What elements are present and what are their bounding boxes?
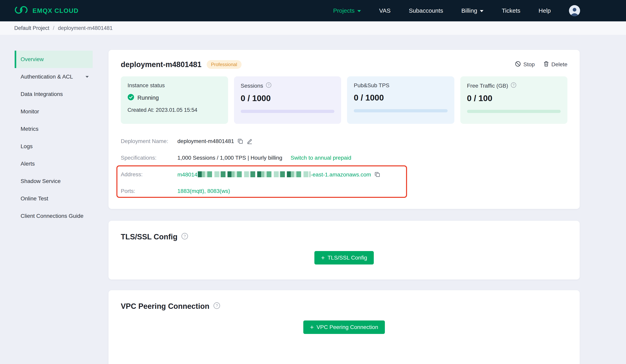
brand[interactable]: EMQX CLOUD xyxy=(14,5,78,17)
sidebar-item-label: Logs xyxy=(21,143,33,149)
deployment-name-value: deployment-m4801481 xyxy=(177,138,234,145)
free-traffic-title: Free Traffic (GB) xyxy=(467,83,508,89)
breadcrumb-separator: / xyxy=(53,25,54,31)
traffic-progress-bar xyxy=(467,110,561,113)
nav-help[interactable]: Help xyxy=(539,7,551,14)
address-redaction xyxy=(198,171,310,177)
sidebar-item-label: Overview xyxy=(21,56,44,63)
navbar-menu: Projects VAS Subaccounts Billing Tickets… xyxy=(333,5,580,16)
specifications-value: 1,000 Sessions / 1,000 TPS | Hourly bill… xyxy=(177,155,282,161)
copy-icon[interactable] xyxy=(237,139,243,144)
nav-vas-label: VAS xyxy=(379,7,391,14)
sidebar-item-alerts[interactable]: Alerts xyxy=(15,155,93,173)
sidebar-item-label: Alerts xyxy=(21,161,35,167)
avatar[interactable] xyxy=(569,5,580,16)
nav-tickets[interactable]: Tickets xyxy=(502,7,520,14)
sidebar-item-shadow-service[interactable]: Shadow Service xyxy=(15,173,93,190)
deployment-info: Deployment Name: deployment-m4801481 xyxy=(121,133,567,199)
sidebar-item-logs[interactable]: Logs xyxy=(15,138,93,155)
deployment-title: deployment-m4801481 xyxy=(121,60,201,69)
svg-text:?: ? xyxy=(184,234,186,238)
tls-ssl-card: TLS/SSL Config ? + TLS/SSL Config xyxy=(109,221,580,280)
add-tls-ssl-config-label: TLS/SSL Config xyxy=(327,255,367,261)
address-value: m48014-east-1.amazonaws.com xyxy=(177,171,371,178)
svg-text:?: ? xyxy=(513,83,514,87)
sidebar-item-monitor[interactable]: Monitor xyxy=(15,103,93,120)
sidebar-item-authentication-acl[interactable]: Authentication & ACL xyxy=(15,68,93,85)
pubsub-tps-title: Pub&Sub TPS xyxy=(354,82,390,89)
emqx-logo-icon xyxy=(14,5,29,17)
plan-badge: Professional xyxy=(207,60,241,69)
nav-tickets-label: Tickets xyxy=(502,7,520,14)
instance-status-card: Instance status Running Created At: 2023… xyxy=(121,76,228,124)
breadcrumb-project[interactable]: Default Project xyxy=(14,25,49,31)
stop-button-label: Stop xyxy=(523,61,535,68)
nav-subaccounts-label: Subaccounts xyxy=(409,7,443,14)
help-icon[interactable]: ? xyxy=(181,233,188,241)
instance-status-title: Instance status xyxy=(127,82,165,89)
trash-icon xyxy=(544,61,549,68)
sidebar: Overview Authentication & ACL Data Integ… xyxy=(0,50,101,225)
help-icon[interactable]: ? xyxy=(511,82,516,89)
tps-progress-bar xyxy=(354,109,448,112)
free-traffic-card: Free Traffic (GB) ? 0 / 100 xyxy=(460,76,568,124)
add-tls-ssl-config-button[interactable]: + TLS/SSL Config xyxy=(314,251,374,264)
nav-billing-label: Billing xyxy=(461,7,477,14)
nav-projects[interactable]: Projects xyxy=(333,7,361,14)
nav-help-label: Help xyxy=(539,7,551,14)
deployment-overview-card: deployment-m4801481 Professional Stop xyxy=(109,50,580,209)
sidebar-item-metrics[interactable]: Metrics xyxy=(15,120,93,138)
vpc-peering-card: VPC Peering Connection ? + VPC Peering C… xyxy=(109,290,580,364)
chevron-down-icon xyxy=(85,76,89,78)
stop-icon xyxy=(515,61,521,68)
nav-projects-label: Projects xyxy=(333,7,354,14)
status-text: Running xyxy=(137,95,159,101)
pubsub-tps-card: Pub&Sub TPS 0 / 1000 xyxy=(347,76,454,124)
sidebar-item-label: Data Integrations xyxy=(21,91,63,97)
chevron-down-icon xyxy=(357,10,361,12)
edit-pencil-icon[interactable] xyxy=(247,138,253,144)
deployment-name-label: Deployment Name: xyxy=(121,138,177,145)
nav-vas[interactable]: VAS xyxy=(379,7,391,14)
add-vpc-peering-button[interactable]: + VPC Peering Connection xyxy=(303,321,385,334)
check-circle-icon xyxy=(127,94,134,102)
sidebar-item-label: Client Connections Guide xyxy=(21,213,83,219)
plus-icon: + xyxy=(310,325,314,330)
created-at: Created At: 2023.01.05 15:54 xyxy=(127,107,221,113)
tls-ssl-title: TLS/SSL Config xyxy=(121,233,177,241)
brand-title: EMQX CLOUD xyxy=(33,7,78,14)
specifications-label: Specifications: xyxy=(121,155,177,161)
stop-button[interactable]: Stop xyxy=(515,61,535,68)
nav-billing[interactable]: Billing xyxy=(461,7,483,14)
sidebar-item-online-test[interactable]: Online Test xyxy=(15,190,93,207)
sessions-value: 0 / 1000 xyxy=(241,94,335,103)
delete-button[interactable]: Delete xyxy=(544,61,567,68)
switch-annual-prepaid-link[interactable]: Switch to annual prepaid xyxy=(291,155,352,161)
chevron-down-icon xyxy=(480,10,483,12)
help-icon[interactable]: ? xyxy=(213,302,220,311)
page-content: Overview Authentication & ACL Data Integ… xyxy=(0,35,626,364)
main-area: deployment-m4801481 Professional Stop xyxy=(109,50,580,364)
vpc-peering-title: VPC Peering Connection xyxy=(121,302,209,311)
sessions-title: Sessions xyxy=(241,83,263,89)
svg-text:?: ? xyxy=(216,303,218,308)
nav-subaccounts[interactable]: Subaccounts xyxy=(409,7,443,14)
sidebar-item-label: Metrics xyxy=(21,126,39,132)
delete-button-label: Delete xyxy=(551,61,567,68)
copy-icon[interactable] xyxy=(375,172,380,177)
add-vpc-peering-label: VPC Peering Connection xyxy=(316,324,378,330)
help-icon[interactable]: ? xyxy=(266,82,272,89)
sidebar-item-label: Shadow Service xyxy=(21,178,61,184)
sidebar-item-client-connections-guide[interactable]: Client Connections Guide xyxy=(15,207,93,225)
sidebar-item-label: Online Test xyxy=(21,195,48,202)
sessions-progress-bar xyxy=(241,110,335,113)
ports-label: Ports: xyxy=(121,188,177,194)
sidebar-item-data-integrations[interactable]: Data Integrations xyxy=(15,85,93,103)
address-group: Address: m48014-east-1.amazonaws.com xyxy=(121,166,567,199)
plus-icon: + xyxy=(321,255,325,260)
sidebar-item-overview[interactable]: Overview xyxy=(15,51,93,68)
stat-cards: Instance status Running Created At: 2023… xyxy=(121,76,567,124)
breadcrumb-current: deployment-m4801481 xyxy=(58,25,113,31)
address-label: Address: xyxy=(121,171,177,178)
sidebar-item-label: Monitor xyxy=(21,109,39,115)
